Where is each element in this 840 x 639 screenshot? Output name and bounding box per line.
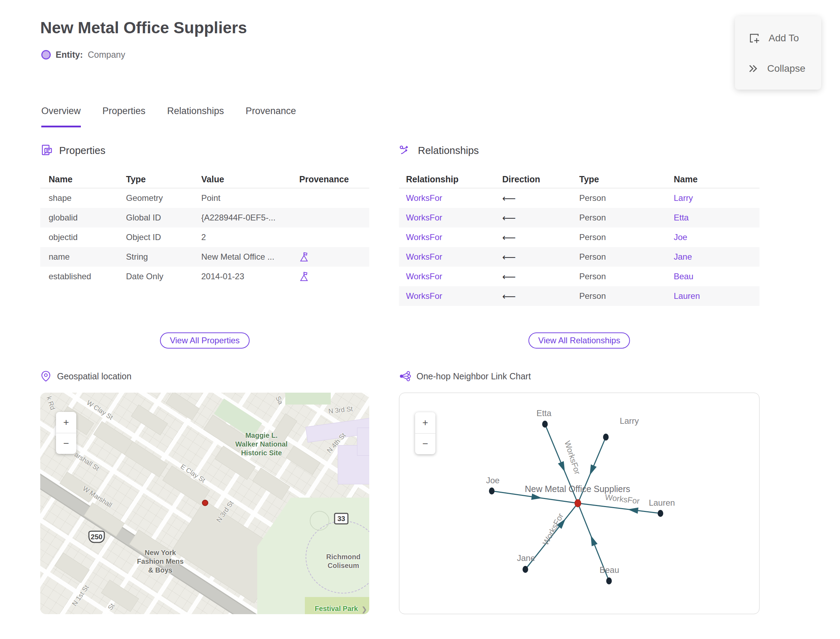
view-all-properties-button[interactable]: View All Properties: [160, 332, 250, 348]
relationship-link[interactable]: WorksFor: [406, 232, 502, 242]
tab-provenance[interactable]: Provenance: [246, 106, 296, 127]
graph-node-etta[interactable]: [542, 421, 548, 428]
tab-overview[interactable]: Overview: [41, 106, 81, 127]
map-zoom-out-button[interactable]: −: [56, 433, 76, 454]
map-attribution-toggle-icon[interactable]: ❯: [361, 605, 367, 614]
property-name: objectid: [49, 232, 126, 242]
floating-actions-panel: Add To Collapse: [735, 16, 821, 90]
map-zoom-in-button[interactable]: +: [56, 412, 76, 433]
graph-center-node[interactable]: [575, 499, 581, 507]
relationship-link[interactable]: WorksFor: [406, 272, 502, 281]
property-name: shape: [49, 193, 126, 203]
chart-zoom-out-button[interactable]: −: [415, 434, 435, 455]
entity-label: Entity:: [56, 50, 83, 60]
relationship-row: WorksFor⟵PersonLarry: [399, 188, 759, 208]
entity-type-dot-icon: [41, 50, 51, 59]
direction-arrow: ⟵: [502, 232, 579, 243]
graph-edge-arrowhead: [590, 464, 597, 475]
property-name: established: [49, 272, 126, 281]
relationship-row: WorksFor⟵PersonJoe: [399, 227, 759, 247]
column-header: Direction: [502, 174, 579, 184]
route-shield: 33: [334, 513, 348, 525]
entity-link[interactable]: Joe: [674, 232, 759, 242]
properties-table-header: NameTypeValueProvenance: [40, 171, 369, 188]
graph-edge-lauren[interactable]: [578, 503, 660, 513]
map-circle-feature: [310, 511, 329, 531]
direction-arrow: ⟵: [502, 193, 579, 203]
relationship-row: WorksFor⟵PersonLauren: [399, 286, 759, 306]
relationships-section-title: Relationships: [418, 145, 479, 156]
chart-zoom-control: + −: [415, 412, 435, 454]
map-place-label: New YorkFashion Mens& Boys: [137, 548, 183, 575]
tab-bar: OverviewPropertiesRelationshipsProvenanc…: [41, 106, 296, 127]
relationships-table-header: RelationshipDirectionTypeName: [399, 171, 759, 188]
entity-link[interactable]: Etta: [674, 213, 759, 223]
property-type: Geometry: [126, 193, 201, 203]
map-location-marker[interactable]: [202, 500, 208, 506]
relationship-type: Person: [579, 252, 674, 262]
graph-edge-arrowhead: [531, 493, 542, 500]
property-provenance[interactable]: [299, 252, 369, 262]
relationship-type: Person: [579, 213, 674, 223]
direction-arrow: ⟵: [502, 212, 579, 223]
graph-node-label: Jane: [517, 553, 535, 563]
relationships-column: Relationships RelationshipDirectionTypeN…: [399, 143, 759, 614]
entity-details-page: New Metal Office Suppliers Entity: Compa…: [0, 0, 840, 639]
view-all-relationships-button[interactable]: View All Relationships: [528, 332, 630, 348]
tab-properties[interactable]: Properties: [103, 106, 146, 127]
page-title: New Metal Office Suppliers: [40, 18, 247, 37]
property-row: establishedDate Only2014-01-23: [40, 267, 369, 286]
map[interactable]: k RdW Clay StSaN 3rd StN 4th Starshall S…: [40, 393, 369, 614]
add-to-button[interactable]: Add To: [748, 32, 821, 45]
property-row: globalidGlobal ID{A228944F-0EF5-...: [40, 208, 369, 227]
property-type: String: [126, 252, 201, 262]
relationship-link[interactable]: WorksFor: [406, 252, 502, 262]
provenance-flag-icon: [299, 271, 309, 282]
graph-node-larry[interactable]: [603, 434, 609, 440]
collapse-button[interactable]: Collapse: [748, 63, 821, 75]
map-place-label: RichmondColiseum: [326, 553, 361, 570]
relationship-link[interactable]: WorksFor: [406, 193, 502, 203]
relationships-table: RelationshipDirectionTypeNameWorksFor⟵Pe…: [399, 171, 759, 306]
properties-section-header: Properties: [40, 143, 369, 158]
column-header: Value: [201, 174, 299, 184]
properties-table: NameTypeValueProvenanceshapeGeometryPoin…: [40, 171, 369, 286]
property-provenance[interactable]: [299, 271, 369, 282]
graph-node-lauren[interactable]: [658, 510, 663, 517]
add-to-icon: [748, 32, 761, 45]
graph-edge-arrowhead: [628, 507, 638, 514]
graph-node-jane[interactable]: [523, 566, 528, 573]
map-place-label: Festival Park: [315, 604, 358, 613]
chart-zoom-in-button[interactable]: +: [415, 412, 435, 434]
relationship-row: WorksFor⟵PersonBeau: [399, 267, 759, 286]
graph-node-label: Etta: [536, 409, 552, 418]
entity-link[interactable]: Larry: [674, 193, 759, 203]
add-to-label: Add To: [768, 33, 799, 44]
link-chart[interactable]: EttaLarryJoeJaneBeauLaurenNew Metal Offi…: [399, 393, 759, 614]
property-type: Object ID: [126, 232, 201, 242]
property-name: globalid: [49, 213, 126, 223]
direction-arrow: ⟵: [502, 271, 579, 282]
property-type: Date Only: [126, 272, 201, 281]
relationship-link[interactable]: WorksFor: [406, 291, 502, 301]
column-header: Type: [579, 174, 674, 184]
chevrons-right-icon: [748, 63, 759, 75]
direction-arrow: ⟵: [502, 252, 579, 262]
entity-link[interactable]: Beau: [674, 272, 759, 281]
tab-relationships[interactable]: Relationships: [167, 106, 224, 127]
entity-type-row: Entity: Company: [41, 50, 125, 60]
properties-column: Properties NameTypeValueProvenanceshapeG…: [40, 143, 369, 614]
graph-node-beau[interactable]: [606, 577, 612, 584]
relationship-type: Person: [579, 291, 674, 301]
property-row: nameStringNew Metal Office ...: [40, 247, 369, 267]
relationship-link[interactable]: WorksFor: [406, 213, 502, 223]
linkchart-section-title: One-hop Neighbor Link Chart: [417, 371, 531, 381]
graph-node-joe[interactable]: [489, 488, 495, 494]
entity-link[interactable]: Lauren: [674, 291, 759, 301]
one-hop-icon: [399, 370, 411, 382]
relationship-row: WorksFor⟵PersonJane: [399, 247, 759, 267]
relationships-icon: [399, 144, 412, 157]
entity-link[interactable]: Jane: [674, 252, 759, 262]
property-value: {A228944F-0EF5-...: [201, 213, 299, 223]
property-value: 2014-01-23: [201, 272, 299, 281]
